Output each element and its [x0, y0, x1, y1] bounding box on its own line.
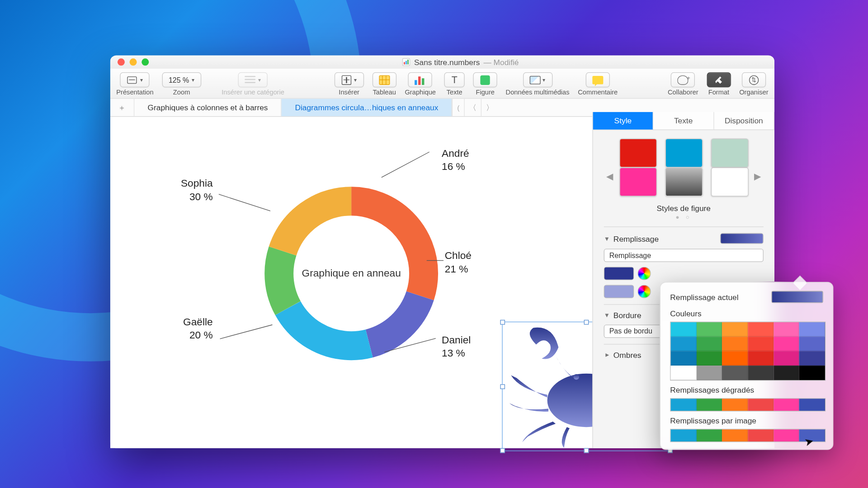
style-swatch[interactable] — [711, 168, 748, 197]
close-window-button[interactable] — [118, 58, 125, 66]
style-swatch[interactable] — [711, 139, 748, 168]
color-swatch[interactable] — [748, 429, 774, 441]
figure-button[interactable] — [473, 72, 497, 87]
comment-button[interactable] — [586, 72, 610, 87]
color-swatch[interactable] — [671, 322, 697, 337]
gradient-end-swatch[interactable] — [604, 285, 634, 298]
color-swatch[interactable] — [799, 351, 825, 366]
color-swatch[interactable] — [696, 399, 722, 411]
color-swatch[interactable] — [696, 322, 722, 337]
list-icon — [245, 75, 256, 85]
view-button[interactable]: ▾ — [120, 72, 150, 87]
inspector-tab-layout[interactable]: Disposition — [714, 112, 774, 130]
color-swatch[interactable] — [696, 351, 722, 366]
color-swatch[interactable] — [774, 351, 799, 366]
sheet-prev-button[interactable]: 〈 — [464, 99, 481, 117]
sheet-overflow[interactable]: ( — [452, 99, 464, 117]
insert-button[interactable]: ▾ — [335, 72, 364, 87]
color-swatch[interactable] — [774, 399, 799, 411]
color-swatch[interactable] — [722, 429, 748, 441]
resize-handle[interactable] — [584, 320, 589, 325]
svg-rect-1 — [404, 62, 405, 64]
color-swatch[interactable] — [799, 366, 825, 380]
color-picker-button[interactable] — [637, 285, 651, 298]
color-swatch[interactable] — [722, 351, 748, 366]
svg-rect-2 — [406, 61, 407, 65]
fullscreen-window-button[interactable] — [142, 58, 149, 66]
color-swatch[interactable] — [671, 399, 697, 411]
color-swatch[interactable] — [748, 399, 774, 411]
media-button[interactable]: ▾ — [523, 72, 552, 87]
color-swatch[interactable] — [748, 337, 774, 351]
color-swatch[interactable] — [799, 337, 825, 351]
table-button[interactable] — [372, 72, 396, 87]
style-swatch[interactable] — [665, 168, 703, 197]
chart-label: Graphique — [405, 89, 435, 96]
inspector-tab-style[interactable]: Style — [593, 112, 654, 130]
sheet-tab-pie-donut[interactable]: Diagrammes circula…hiques en anneaux — [282, 99, 452, 117]
toolbar: ▾ Présentation 125 %▾ Zoom ▾ Insérer une… — [110, 69, 774, 99]
color-swatch[interactable] — [722, 322, 748, 337]
color-picker-button[interactable] — [637, 267, 651, 280]
gradient-start-swatch[interactable] — [604, 267, 634, 280]
color-swatch[interactable] — [696, 366, 722, 380]
styles-prev-button[interactable]: ◀ — [604, 171, 616, 182]
color-swatch[interactable] — [722, 366, 748, 380]
insert-category-label: Insérer une catégorie — [222, 89, 284, 96]
inspector-tab-text[interactable]: Texte — [653, 112, 714, 130]
chart-button[interactable] — [408, 72, 432, 87]
format-button[interactable] — [707, 72, 731, 87]
chart-label-andre: André16 % — [442, 147, 469, 174]
table-icon — [379, 75, 390, 85]
color-swatch[interactable] — [748, 366, 774, 380]
format-label: Format — [708, 89, 729, 96]
color-swatch[interactable] — [748, 322, 774, 337]
fill-preview-chip[interactable] — [720, 233, 764, 244]
style-swatch[interactable] — [619, 139, 657, 168]
plus-box-icon — [341, 75, 352, 85]
sheet-tab-columns-bars[interactable]: Graphiques à colonnes et à barres — [134, 99, 282, 117]
color-swatch[interactable] — [671, 429, 697, 441]
color-swatch[interactable] — [774, 429, 799, 441]
sort-icon: ⇅ — [748, 75, 759, 85]
color-swatch[interactable] — [722, 337, 748, 351]
donut-chart[interactable]: Graphique en anneau Sophia30 % André16 %… — [183, 159, 496, 412]
media-label: Données multimédias — [506, 89, 570, 96]
resize-handle[interactable] — [500, 320, 505, 325]
zoom-label: Zoom — [173, 89, 190, 96]
color-swatch[interactable] — [671, 366, 697, 380]
zoom-button[interactable]: 125 %▾ — [162, 72, 201, 87]
media-icon — [529, 75, 540, 85]
style-swatch[interactable] — [619, 168, 657, 197]
color-swatch[interactable] — [696, 429, 722, 441]
fill-type-select[interactable]: Remplissage — [604, 249, 764, 262]
collaborate-button[interactable] — [671, 72, 695, 87]
resize-handle[interactable] — [500, 384, 505, 389]
organize-button[interactable]: ⇅ — [742, 72, 766, 87]
color-swatch[interactable] — [696, 337, 722, 351]
color-swatch[interactable] — [748, 351, 774, 366]
text-button[interactable]: T — [444, 72, 465, 87]
minimize-window-button[interactable] — [130, 58, 137, 66]
color-swatch[interactable] — [799, 322, 825, 337]
styles-page-dots[interactable]: ● ○ — [604, 214, 764, 221]
resize-handle[interactable] — [500, 448, 505, 453]
fill-section-toggle[interactable]: ▼Remplissage — [604, 233, 764, 244]
person-add-icon — [678, 75, 689, 85]
chart-label-daniel: Daniel13 % — [442, 333, 471, 360]
color-swatch[interactable] — [774, 366, 799, 380]
add-sheet-button[interactable]: ＋ — [110, 99, 134, 117]
color-swatch[interactable] — [774, 337, 799, 351]
color-swatch[interactable] — [722, 399, 748, 411]
color-swatch[interactable] — [799, 399, 825, 411]
chevron-down-icon: ▾ — [258, 77, 261, 83]
style-swatch[interactable] — [665, 139, 703, 168]
current-fill-chip[interactable] — [771, 291, 823, 303]
color-swatch[interactable] — [774, 322, 799, 337]
resize-handle[interactable] — [584, 448, 589, 453]
color-swatch[interactable] — [671, 337, 697, 351]
styles-next-button[interactable]: ▶ — [751, 171, 764, 182]
color-swatch[interactable] — [671, 351, 697, 366]
sheet-next-button[interactable]: 〉 — [481, 99, 498, 117]
chart-label-sophia: Sophia30 % — [141, 177, 213, 204]
